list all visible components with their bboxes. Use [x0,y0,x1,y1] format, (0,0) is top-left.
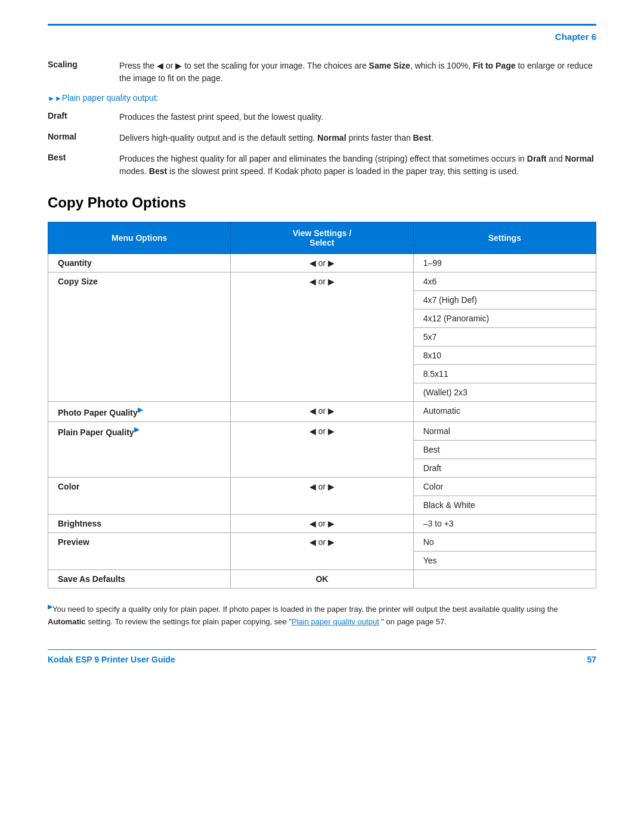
best-desc: Produces the highest quality for all pap… [119,153,596,178]
best-term: Best Produces the highest quality for al… [48,153,596,178]
view-photo-paper-quality: ◀ or ▶ [231,402,413,422]
normal-label: Normal [48,132,119,144]
view-save-defaults: OK [231,569,413,588]
menu-plain-paper-quality: Plain Paper Quality▶ [48,422,231,477]
view-plain-paper-quality: ◀ or ▶ [231,422,413,477]
menu-color: Color [48,477,231,514]
settings-preview-2: Yes [413,551,596,569]
footnote-sup-2: ▶ [134,426,139,433]
top-border [48,24,596,26]
settings-copy-size-6: 8.5x11 [413,365,596,383]
settings-photo-paper-quality: Automatic [413,402,596,422]
view-preview: ◀ or ▶ [231,532,413,569]
settings-copy-size-4: 5x7 [413,328,596,346]
scaling-term: Scaling Press the ◀ or ▶ to set the scal… [48,60,596,85]
settings-color-2: Black & White [413,496,596,514]
col-header-menu: Menu Options [48,222,231,254]
table-row: Copy Size ◀ or ▶ 4x6 [48,272,596,291]
settings-plain-paper-1: Normal [413,422,596,440]
settings-copy-size-2: 4x7 (High Def) [413,291,596,309]
menu-copy-size: Copy Size [48,272,231,402]
table-row: Save As Defaults OK [48,569,596,588]
footnote-arrow: ▶ [48,603,52,610]
table-row: Plain Paper Quality▶ ◀ or ▶ Normal [48,422,596,440]
plain-paper-link[interactable]: Plain paper quality output [292,617,379,626]
table-row: Color ◀ or ▶ Color [48,477,596,496]
scaling-label: Scaling [48,60,119,85]
col-header-view: View Settings /Select [231,222,413,254]
settings-quantity: 1–99 [413,254,596,272]
page-footer: Kodak ESP 9 Printer User Guide 57 [48,649,596,664]
table-row: Photo Paper Quality▶ ◀ or ▶ Automatic [48,402,596,422]
table-header-row: Menu Options View Settings /Select Setti… [48,222,596,254]
settings-color-1: Color [413,477,596,496]
settings-plain-paper-2: Best [413,440,596,459]
settings-preview-1: No [413,532,596,551]
page: Chapter 6 Scaling Press the ◀ or ▶ to se… [0,0,644,682]
settings-brightness: –3 to +3 [413,514,596,532]
settings-copy-size-5: 8x10 [413,346,596,365]
settings-copy-size-7: (Wallet) 2x3 [413,383,596,402]
section-heading: Copy Photo Options [48,194,596,211]
normal-desc: Delivers high-quality output and is the … [119,132,596,144]
menu-save-defaults: Save As Defaults [48,569,231,588]
scaling-desc: Press the ◀ or ▶ to set the scaling for … [119,60,596,85]
table-row: Brightness ◀ or ▶ –3 to +3 [48,514,596,532]
table-row: Quantity ◀ or ▶ 1–99 [48,254,596,272]
settings-copy-size-1: 4x6 [413,272,596,291]
view-brightness: ◀ or ▶ [231,514,413,532]
scaling-section: Scaling Press the ◀ or ▶ to set the scal… [48,60,596,178]
menu-brightness: Brightness [48,514,231,532]
view-quantity: ◀ or ▶ [231,254,413,272]
draft-term: Draft Produces the fastest print speed, … [48,111,596,123]
draft-label: Draft [48,111,119,123]
chapter-label: Chapter 6 [48,32,596,42]
settings-plain-paper-3: Draft [413,459,596,477]
footer-page: 57 [587,655,596,664]
arrow-icon: ►► [48,94,62,103]
footer-title: Kodak ESP 9 Printer User Guide [48,655,175,664]
settings-copy-size-3: 4x12 (Panoramic) [413,309,596,328]
view-copy-size: ◀ or ▶ [231,272,413,402]
draft-desc: Produces the fastest print speed, but th… [119,111,596,123]
menu-photo-paper-quality: Photo Paper Quality▶ [48,402,231,422]
col-header-settings: Settings [413,222,596,254]
menu-preview: Preview [48,532,231,569]
view-color: ◀ or ▶ [231,477,413,514]
footnote-sup: ▶ [138,406,143,413]
settings-save-defaults [413,569,596,588]
footer-note: ▶You need to specify a quality only for … [48,602,596,628]
table-row: Preview ◀ or ▶ No [48,532,596,551]
menu-quantity: Quantity [48,254,231,272]
options-table: Menu Options View Settings /Select Setti… [48,222,596,589]
plain-paper-note: ►►Plain paper quality output: [48,93,596,103]
best-label: Best [48,153,119,178]
normal-term: Normal Delivers high-quality output and … [48,132,596,144]
